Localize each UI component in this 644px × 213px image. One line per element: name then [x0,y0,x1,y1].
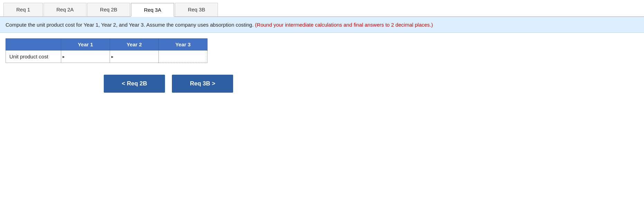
col-header-year3: Year 3 [159,39,208,50]
nav-buttons: < Req 2B Req 3B > [0,68,644,99]
year1-input[interactable] [65,53,106,60]
unit-cost-table: Year 1 Year 2 Year 3 Unit product cost ▸… [6,38,208,63]
table-wrapper: Year 1 Year 2 Year 3 Unit product cost ▸… [0,33,644,68]
year2-cell[interactable]: ▸ [110,50,159,63]
table-row: Unit product cost ▸ ▸ [6,50,208,63]
instruction-main-text: Compute the unit product cost for Year 1… [6,22,254,28]
tab-req2a[interactable]: Req 2A [44,3,86,16]
year3-cell[interactable] [159,50,208,63]
year3-input[interactable] [162,53,204,60]
tab-req2b[interactable]: Req 2B [87,3,130,16]
col-header-empty [6,39,61,50]
year2-input[interactable] [113,53,155,60]
row-label: Unit product cost [6,50,61,63]
tabs-container: Req 1 Req 2A Req 2B Req 3A Req 3B [0,0,644,17]
instruction-area: Compute the unit product cost for Year 1… [0,17,644,33]
tab-req1[interactable]: Req 1 [3,3,43,16]
tab-req3a[interactable]: Req 3A [131,3,174,17]
col-header-year2: Year 2 [110,39,159,50]
next-button[interactable]: Req 3B > [172,75,233,93]
prev-button[interactable]: < Req 2B [104,75,165,93]
instruction-red-text: (Round your intermediate calculations an… [255,22,433,28]
year1-cell[interactable]: ▸ [61,50,110,63]
col-header-year1: Year 1 [61,39,110,50]
tab-req3b[interactable]: Req 3B [175,3,218,16]
